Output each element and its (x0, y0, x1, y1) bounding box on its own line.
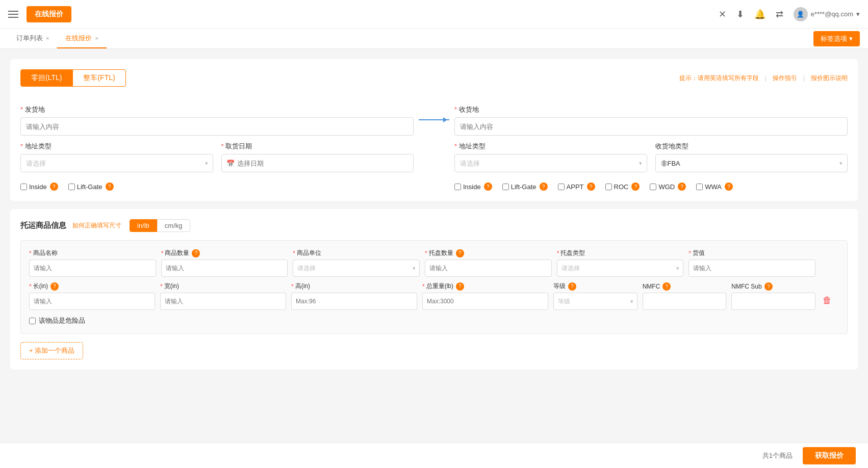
from-inside-help[interactable]: ? (50, 183, 58, 191)
tab-order-list[interactable]: 订单列表 × (8, 29, 57, 48)
nmfc-input[interactable] (643, 293, 727, 310)
to-wwa-item: WWA ? (696, 183, 733, 191)
product-name-input[interactable] (29, 259, 156, 277)
tab-order-list-close[interactable]: × (46, 35, 49, 41)
header-left: 在线报价 (8, 6, 71, 22)
to-wgd-checkbox[interactable] (650, 184, 656, 190)
bell-icon[interactable]: 🔔 (754, 9, 765, 20)
to-delivery-type-wrapper: 非FBA ▾ (655, 154, 848, 172)
height-input[interactable] (291, 293, 417, 310)
mode-tab-ftl[interactable]: 整车(FTL) (72, 69, 125, 87)
col-pallet-type-label: * 托盘类型 (557, 249, 684, 257)
tab-online-quote[interactable]: 在线报价 × (57, 29, 106, 48)
goods-card: 托运商品信息 如何正确填写尺寸 in/lb cm/kg * 商品名称 (10, 209, 858, 370)
menu-icon[interactable] (8, 11, 18, 18)
label-select-text: 标签选项 (821, 34, 847, 43)
from-liftgate-checkbox[interactable] (68, 184, 75, 190)
from-options-row: Inside ? Lift-Gate ? (20, 183, 414, 191)
width-input[interactable] (160, 293, 286, 310)
to-liftgate-checkbox[interactable] (502, 184, 509, 190)
from-liftgate-item: Lift-Gate ? (68, 183, 114, 191)
to-liftgate-help[interactable]: ? (540, 183, 548, 191)
to-wwa-help[interactable]: ? (725, 183, 733, 191)
nmfc-sub-input[interactable] (731, 293, 815, 310)
col-height-label: * 高(in) (291, 282, 417, 291)
pallet-type-wrapper: 请选择 ▾ (557, 259, 684, 277)
close-icon[interactable]: ✕ (719, 9, 726, 20)
col-nmfc-sub-label: NMFC Sub ? (731, 282, 815, 291)
weight-input[interactable] (422, 293, 548, 310)
label-select-button[interactable]: 标签选项 ▾ (813, 31, 860, 46)
col-cargo-value: * 货值 (688, 249, 815, 277)
to-inside-checkbox[interactable] (454, 184, 461, 190)
add-goods-button[interactable]: + 添加一个商品 (20, 342, 83, 359)
goods-size-guide-link[interactable]: 如何正确填写尺寸 (72, 221, 121, 230)
calendar-icon: 📅 (226, 160, 235, 167)
from-pickup-date-input[interactable] (221, 154, 414, 172)
user-email: e****@qq.com (811, 10, 853, 18)
from-liftgate-help[interactable]: ? (106, 183, 114, 191)
col-pallet-qty: * 托盘数量 ? (425, 249, 552, 277)
pallet-qty-help[interactable]: ? (456, 249, 464, 257)
grade-help[interactable]: ? (568, 282, 576, 291)
to-wwa-label: WWA (705, 183, 722, 191)
to-address-group: * 收货地 (454, 105, 848, 136)
to-address-input[interactable] (454, 117, 848, 136)
to-inside-item: Inside ? (454, 183, 492, 191)
to-delivery-type-select[interactable]: 非FBA (655, 154, 848, 172)
tips-demo[interactable]: 报价图示说明 (811, 74, 848, 83)
from-address-input[interactable] (20, 117, 414, 136)
to-addr-type-select[interactable]: 请选择 (454, 154, 647, 172)
from-inside-label: Inside (29, 183, 47, 191)
col-cargo-value-label: * 货值 (688, 249, 815, 257)
to-wgd-help[interactable]: ? (678, 183, 686, 191)
to-type-row: * 地址类型 请选择 ▾ 收货地类型 (454, 142, 848, 172)
pallet-type-select[interactable]: 请选择 (557, 259, 684, 277)
from-addr-type-select[interactable]: 请选择 (20, 154, 213, 172)
to-delivery-type-group: 收货地类型 非FBA ▾ (655, 142, 848, 172)
to-wwa-checkbox[interactable] (696, 184, 703, 190)
cargo-value-input[interactable] (688, 259, 815, 277)
nmfc-sub-help[interactable]: ? (764, 282, 773, 291)
tabs-left: 订单列表 × 在线报价 × (8, 29, 107, 48)
tab-online-quote-label: 在线报价 (65, 34, 92, 43)
tabs-bar: 订单列表 × 在线报价 × 标签选项 ▾ (0, 29, 868, 49)
main-card: 零担(LTL) 整车(FTL) 提示：请用英语填写所有字段 | 操作指引 | 报… (10, 59, 858, 201)
exchange-icon[interactable]: ⇄ (776, 9, 783, 20)
delete-goods-button[interactable]: 🗑 (821, 293, 834, 308)
to-wgd-label: WGD (658, 183, 675, 191)
user-info[interactable]: 👤 e****@qq.com ▾ (794, 7, 860, 21)
tips-sep1: | (765, 74, 767, 82)
length-help[interactable]: ? (50, 282, 59, 291)
product-qty-help[interactable]: ? (192, 249, 200, 257)
unit-tab-cmkg[interactable]: cm/kg (157, 219, 190, 232)
from-inside-checkbox[interactable] (20, 184, 27, 190)
to-addr-type-wrapper: 请选择 ▾ (454, 154, 647, 172)
length-input[interactable] (29, 293, 155, 310)
col-total-weight-label: * 总重量(lb) ? (422, 282, 548, 291)
tips-guide[interactable]: 操作指引 (773, 74, 797, 83)
grade-select[interactable]: 等级 (553, 293, 637, 310)
danger-checkbox[interactable] (29, 318, 36, 324)
goods-section-title: 托运商品信息 如何正确填写尺寸 (20, 221, 121, 230)
to-roc-help[interactable]: ? (631, 183, 640, 191)
to-inside-help[interactable]: ? (484, 183, 492, 191)
unit-tab-inlb[interactable]: in/lb (130, 219, 157, 232)
col-nmfc-sub: NMFC Sub ? (731, 282, 815, 310)
header-right: ✕ ⬇ 🔔 ⇄ 👤 e****@qq.com ▾ (719, 7, 860, 21)
mode-tab-ltl[interactable]: 零担(LTL) (20, 69, 72, 87)
pallet-qty-input[interactable] (425, 259, 552, 277)
to-appt-checkbox[interactable] (558, 184, 565, 190)
to-appt-help[interactable]: ? (587, 183, 595, 191)
online-quote-button[interactable]: 在线报价 (27, 6, 71, 22)
product-qty-input[interactable] (161, 259, 288, 277)
tab-online-quote-close[interactable]: × (95, 35, 98, 41)
tab-order-list-label: 订单列表 (16, 34, 43, 43)
from-addr-type-label: * 地址类型 (20, 142, 213, 151)
weight-help[interactable]: ? (456, 282, 464, 291)
product-unit-select[interactable]: 请选择 (293, 259, 420, 277)
nmfc-help[interactable]: ? (662, 282, 671, 291)
to-roc-checkbox[interactable] (605, 184, 612, 190)
danger-label: 该物品是危险品 (39, 316, 85, 325)
download-icon[interactable]: ⬇ (736, 9, 744, 20)
